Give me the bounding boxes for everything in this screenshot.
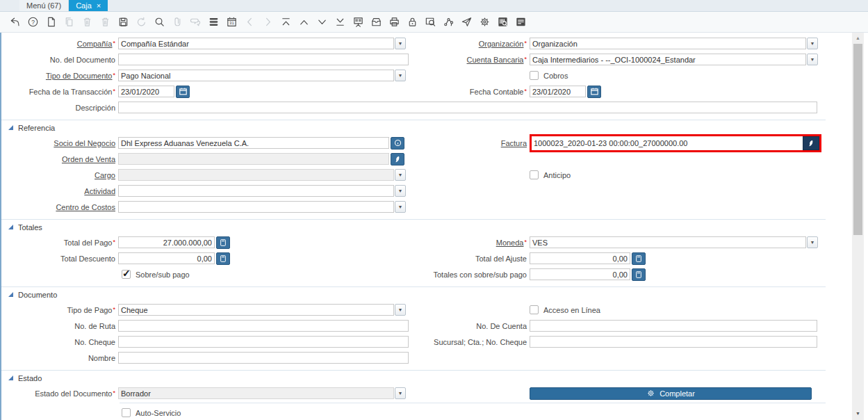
tipo-documento-label[interactable]: Tipo de Documento <box>46 72 113 80</box>
required-mark: * <box>113 88 115 95</box>
calculator-button[interactable] <box>632 268 646 281</box>
archive-icon[interactable] <box>367 13 385 31</box>
chevron-down-icon[interactable]: ▼ <box>395 185 406 197</box>
vertical-scrollbar[interactable]: ▲ ▼ <box>852 33 864 420</box>
sobre-sub-pago-checkbox[interactable] <box>122 270 131 279</box>
no-documento-input[interactable] <box>118 54 409 65</box>
calendar-button[interactable] <box>176 86 190 98</box>
csv-import-icon[interactable] <box>511 13 530 31</box>
report-icon[interactable] <box>349 13 367 31</box>
orden-venta-label[interactable]: Orden de Venta <box>62 155 115 163</box>
chevron-down-icon[interactable]: ▼ <box>807 38 818 49</box>
detail-record-icon[interactable] <box>313 13 331 31</box>
section-totales[interactable]: Totales <box>1 219 826 234</box>
section-referencia[interactable]: Referencia <box>1 120 826 135</box>
first-record-icon[interactable] <box>277 13 295 31</box>
section-documento[interactable]: Documento <box>1 286 826 302</box>
cuenta-bancaria-input[interactable] <box>530 54 806 65</box>
total-pago-input[interactable] <box>118 236 215 248</box>
cobros-checkbox[interactable] <box>530 71 539 80</box>
no-cheque-input[interactable] <box>118 336 409 348</box>
calculator-button[interactable] <box>216 252 230 265</box>
factura-label[interactable]: Factura <box>501 139 527 147</box>
organizacion-input[interactable] <box>530 38 806 49</box>
product-info-icon[interactable] <box>493 13 511 31</box>
undo-icon[interactable] <box>6 13 24 31</box>
no-ruta-input[interactable] <box>118 320 409 332</box>
chevron-down-icon[interactable]: ▼ <box>395 38 406 49</box>
scroll-down-icon[interactable]: ▼ <box>852 408 864 419</box>
tipo-documento-input[interactable] <box>118 70 394 81</box>
actividad-input[interactable] <box>118 185 394 197</box>
preferences-icon[interactable] <box>475 13 493 31</box>
section-estado[interactable]: Estado <box>1 370 826 385</box>
socio-negocio-label[interactable]: Socio del Negocio <box>54 139 115 147</box>
zoom-across-icon[interactable] <box>421 13 439 31</box>
organizacion-label[interactable]: Organización <box>479 40 524 48</box>
chevron-down-icon[interactable]: ▼ <box>395 169 406 181</box>
business-partner-info-button[interactable] <box>391 137 404 150</box>
print-icon[interactable] <box>385 13 403 31</box>
find-icon[interactable] <box>150 13 168 31</box>
tipo-pago-input[interactable] <box>118 304 394 316</box>
completar-button[interactable]: Completar <box>530 387 812 400</box>
centro-costos-input[interactable] <box>118 201 394 213</box>
total-descuento-input[interactable] <box>118 252 215 264</box>
calculator-button[interactable] <box>216 236 230 249</box>
zoom-record-button[interactable] <box>391 153 404 165</box>
chevron-down-icon[interactable]: ▼ <box>395 304 406 316</box>
tab-menu[interactable]: Menú (67) <box>19 0 69 11</box>
moneda-input[interactable] <box>530 236 806 248</box>
tipo-pago-combo: ▼ <box>118 304 406 316</box>
orden-venta-input <box>118 153 389 165</box>
acceso-linea-checkbox[interactable] <box>530 305 539 314</box>
chevron-down-icon[interactable]: ▼ <box>395 201 406 213</box>
actividad-combo: ▼ <box>118 185 406 197</box>
totales-sobre-sub-input[interactable] <box>530 268 630 280</box>
cargo-label[interactable]: Cargo <box>95 171 115 179</box>
requests-icon[interactable] <box>457 13 475 31</box>
cobros-label: Cobros <box>543 72 568 80</box>
close-icon[interactable]: × <box>97 2 101 10</box>
workflow-icon[interactable] <box>439 13 457 31</box>
lock-icon[interactable] <box>403 13 421 31</box>
scroll-up-icon[interactable]: ▲ <box>852 33 864 43</box>
total-ajuste-input[interactable] <box>530 252 630 264</box>
zoom-record-button[interactable] <box>803 136 819 150</box>
factura-input[interactable] <box>532 136 803 150</box>
chevron-down-icon[interactable]: ▼ <box>807 236 818 248</box>
svg-text:31: 31 <box>229 20 234 25</box>
calendar-icon[interactable]: 31 <box>222 13 240 31</box>
auto-servicio-checkbox[interactable] <box>122 408 131 417</box>
new-record-icon[interactable] <box>42 13 60 31</box>
parent-record-icon[interactable] <box>295 13 313 31</box>
nombre-input[interactable] <box>118 352 409 364</box>
chevron-down-icon[interactable]: ▼ <box>395 387 406 399</box>
actividad-label[interactable]: Actividad <box>84 187 115 195</box>
anticipo-checkbox[interactable] <box>530 170 539 179</box>
compania-label[interactable]: Compañía <box>77 40 113 48</box>
collapse-triangle-icon <box>8 292 13 297</box>
attachment-icon <box>168 13 186 31</box>
moneda-label[interactable]: Moneda <box>496 239 524 247</box>
tipo-pago-label: Tipo de Pago <box>67 306 112 314</box>
chevron-down-icon[interactable]: ▼ <box>395 70 406 81</box>
help-icon[interactable]: ? <box>24 13 42 31</box>
socio-negocio-input[interactable] <box>118 137 389 149</box>
centro-costos-label[interactable]: Centro de Costos <box>56 203 115 211</box>
calculator-button[interactable] <box>632 252 646 265</box>
descripcion-input[interactable] <box>118 102 817 113</box>
grid-toggle-icon[interactable] <box>204 13 222 31</box>
save-icon[interactable] <box>114 13 132 31</box>
scrollbar-thumb[interactable] <box>853 44 862 235</box>
compania-input[interactable] <box>118 38 394 49</box>
tab-caja[interactable]: Caja × <box>69 0 108 11</box>
sucursal-input[interactable] <box>530 336 817 348</box>
chevron-down-icon[interactable]: ▼ <box>807 54 818 65</box>
last-record-icon[interactable] <box>331 13 349 31</box>
fecha-contable-input[interactable] <box>530 86 586 97</box>
calendar-button[interactable] <box>587 86 601 98</box>
cuenta-bancaria-label[interactable]: Cuenta Bancaria <box>467 56 524 64</box>
fecha-transaccion-input[interactable] <box>118 86 174 97</box>
no-cuenta-input[interactable] <box>530 320 817 332</box>
